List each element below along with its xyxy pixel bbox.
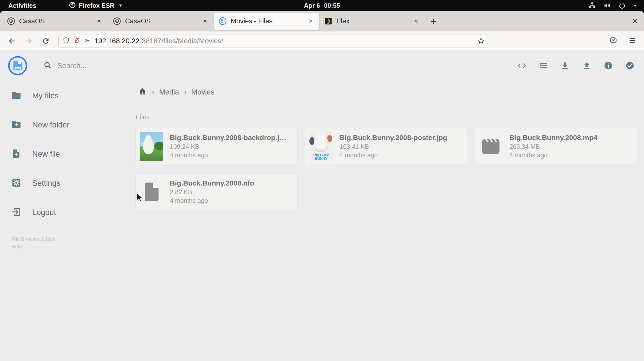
tab-plex[interactable]: Plex × [319, 11, 425, 31]
breadcrumb: › Media › Movies [138, 87, 644, 97]
tab-title: Plex [336, 17, 350, 25]
mouse-cursor [136, 193, 144, 203]
app-body: My files New folder New file [0, 80, 644, 361]
file-name: Big.Buck.Bunny.2008.nfo [170, 179, 254, 187]
file-size: 109.24 KB [170, 143, 286, 150]
gnome-top-bar: Activities Firefox ESR ▼ Apr 6 00:55 ▼ [0, 0, 644, 11]
sidebar-footer: File Browser 2.19.0 Help [0, 235, 131, 250]
tray-chevron-down-icon: ▼ [633, 4, 637, 8]
filebrowser-favicon-icon [219, 17, 227, 25]
url-path: :38187/files/Media/Movies/ [140, 37, 223, 45]
tab-casaos-2[interactable]: CasaOS × [108, 11, 214, 31]
files-section-label: Files [136, 113, 644, 121]
sidebar-item-my-files[interactable]: My files [0, 89, 131, 102]
file-name: Big.Buck.Bunny.2008-poster.jpg [340, 134, 447, 142]
menu-hamburger-icon[interactable] [628, 36, 636, 46]
shell-code-icon[interactable] [517, 61, 526, 70]
search-box[interactable] [43, 61, 188, 70]
sidebar-item-settings[interactable]: Settings [0, 177, 131, 190]
settings-gear-icon [11, 177, 22, 189]
activities-button[interactable]: Activities [8, 2, 36, 9]
video-file-icon [479, 132, 502, 161]
sidebar-item-label: New folder [32, 120, 69, 129]
sidebar-item-logout[interactable]: Logout [0, 206, 131, 219]
search-icon [43, 61, 52, 70]
file-card-poster-jpg[interactable]: Big Buck BUNNY Big.Buck.Bunny.2008-poste… [305, 128, 467, 164]
sidebar-item-label: My files [32, 91, 59, 100]
select-check-icon[interactable] [625, 61, 634, 70]
sidebar: My files New folder New file [0, 80, 131, 361]
logout-icon [11, 207, 22, 218]
sidebar-item-new-file[interactable]: New file [0, 148, 131, 160]
sidebar-item-label: Settings [32, 179, 60, 188]
key-icon[interactable] [84, 37, 91, 45]
url-bar[interactable]: 192.168.20.22 :38187/files/Media/Movies/ [58, 34, 489, 48]
network-icon [588, 2, 596, 9]
firefox-icon [69, 2, 76, 10]
breadcrumb-chevron-icon: › [184, 87, 186, 97]
file-modified: 4 months ago [509, 152, 597, 159]
file-size: 263.34 MB [509, 143, 597, 150]
tab-close-icon[interactable]: × [412, 17, 420, 26]
forward-button[interactable] [25, 37, 33, 45]
system-tray[interactable]: ▼ [588, 2, 637, 9]
help-link[interactable]: Help [12, 243, 131, 250]
breadcrumb-movies[interactable]: Movies [191, 88, 214, 96]
pocket-icon[interactable] [609, 36, 617, 46]
app-version: File Browser 2.19.0 [12, 235, 131, 243]
file-modified: 4 months ago [170, 197, 254, 204]
browser-window: CasaOS × CasaOS × Movies - Files × Plex … [0, 11, 644, 361]
breadcrumb-media[interactable]: Media [159, 88, 179, 96]
new-folder-icon [11, 119, 22, 131]
tab-title: CasaOS [19, 17, 45, 25]
firefox-menu-label: Firefox ESR [79, 2, 114, 9]
browser-nav-bar: 192.168.20.22 :38187/files/Media/Movies/ [0, 31, 644, 51]
power-icon [619, 2, 626, 9]
file-modified: 4 months ago [170, 152, 286, 159]
firefox-app-menu[interactable]: Firefox ESR ▼ [69, 2, 123, 10]
download-icon[interactable] [560, 61, 570, 70]
document-file-icon [140, 177, 163, 206]
sidebar-item-new-folder[interactable]: New folder [0, 119, 131, 131]
image-thumbnail: Big Buck BUNNY [309, 132, 333, 161]
app-header [0, 51, 644, 80]
file-card-nfo[interactable]: Big.Buck.Bunny.2008.nfo 2.82 KB 4 months… [135, 173, 298, 210]
tab-close-icon[interactable]: × [307, 17, 315, 26]
casaos-favicon-icon [113, 17, 121, 25]
window-close-button[interactable]: × [632, 16, 637, 26]
sidebar-item-label: New file [32, 150, 60, 159]
tab-casaos-1[interactable]: CasaOS × [2, 11, 108, 31]
tab-close-icon[interactable]: × [201, 17, 209, 26]
insecure-lock-icon[interactable] [73, 37, 80, 45]
tab-close-icon[interactable]: × [95, 17, 103, 26]
chevron-down-icon: ▼ [118, 3, 123, 8]
list-view-icon[interactable] [539, 61, 548, 70]
file-name: Big.Buck.Bunny.2008.mp4 [509, 134, 597, 142]
header-toolbar [517, 61, 634, 70]
shield-icon[interactable] [63, 37, 70, 45]
tab-movies-files-active[interactable]: Movies - Files × [214, 13, 319, 30]
file-card-mp4[interactable]: Big.Buck.Bunny.2008.mp4 263.34 MB 4 mont… [475, 128, 637, 164]
home-icon[interactable] [138, 87, 147, 97]
file-card-backdrop-jpg[interactable]: Big.Buck.Bunny.2008-backdrop.j… 109.24 K… [135, 128, 298, 164]
sidebar-item-label: Logout [32, 208, 56, 217]
nav-right-buttons [609, 36, 636, 46]
url-host: 192.168.20.22 [94, 37, 139, 45]
search-input[interactable] [57, 62, 188, 70]
info-icon[interactable] [604, 61, 613, 70]
filebrowser-logo-icon[interactable] [8, 56, 28, 76]
new-tab-button[interactable]: + [425, 16, 442, 27]
tab-bar: CasaOS × CasaOS × Movies - Files × Plex … [0, 11, 644, 31]
back-button[interactable] [8, 37, 16, 45]
clock[interactable]: Apr 6 00:55 [304, 2, 340, 9]
file-listing: › Media › Movies Files Big.Buck.Bunny.20… [131, 80, 644, 361]
file-size: 103.41 KB [340, 143, 447, 150]
image-thumbnail [140, 132, 163, 161]
bookmark-star-icon[interactable] [477, 37, 485, 45]
clock-date: Apr 6 [304, 2, 320, 9]
new-file-icon [11, 148, 22, 160]
upload-icon[interactable] [582, 61, 591, 70]
volume-icon [603, 2, 611, 9]
casaos-favicon-icon [7, 17, 15, 25]
reload-button[interactable] [42, 37, 50, 45]
